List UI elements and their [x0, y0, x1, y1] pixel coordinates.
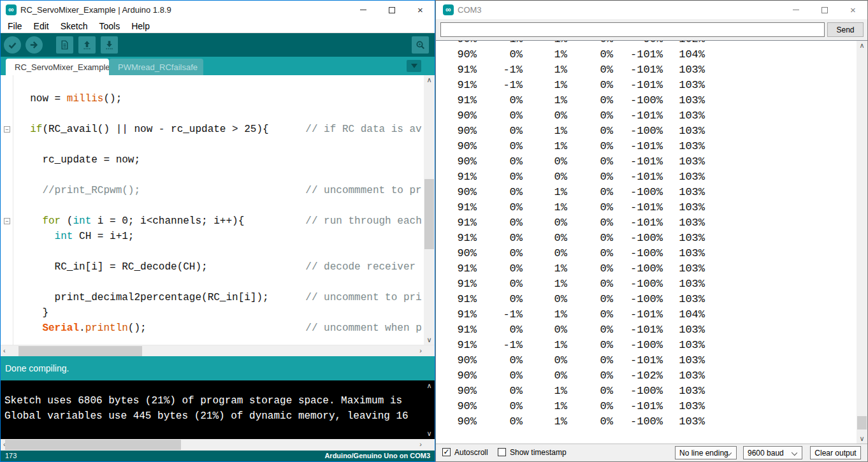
upload-button[interactable] — [25, 36, 43, 54]
document-icon — [59, 40, 70, 50]
menu-item-file[interactable]: File — [2, 21, 28, 31]
new-sketch-button[interactable] — [56, 36, 73, 54]
scroll-up-icon[interactable]: ∧ — [424, 382, 435, 389]
code-editor[interactable]: −− now = millis(); if(RC_avail() || now … — [1, 75, 435, 345]
serial-data-row: 90%0%0%0%-101%103% — [436, 108, 857, 124]
scroll-up-icon[interactable]: ∧ — [857, 42, 867, 49]
console-hscrollbar-thumb[interactable] — [5, 440, 181, 450]
serial-monitor-button[interactable] — [412, 36, 429, 54]
maximize-icon — [821, 7, 828, 13]
maximize-icon — [389, 7, 395, 13]
serial-data-row: 90%0%1%0%-100%103% — [436, 185, 857, 200]
code-line: RC_in[i] = RC_decode(CH); // decode rece… — [18, 259, 424, 275]
baud-rate-value: 9600 baud — [748, 449, 784, 458]
serial-vertical-scrollbar[interactable]: ∧ ∨ — [857, 41, 867, 444]
serial-input[interactable] — [440, 22, 825, 37]
code-line: now = millis(); — [18, 91, 424, 106]
verify-button[interactable] — [4, 36, 21, 54]
console-horizontal-scrollbar[interactable]: ‹ › — [1, 439, 435, 451]
ide-titlebar[interactable]: ∞ RC_ServoMixer_Example | Arduino 1.8.9 … — [1, 1, 435, 19]
serial-monitor-title: COM3 — [458, 5, 482, 15]
close-button[interactable]: × — [839, 1, 867, 19]
tab-list-dropdown-button[interactable] — [407, 60, 421, 72]
menu-item-sketch[interactable]: Sketch — [55, 21, 94, 31]
code-line: int CH = i+1; — [18, 229, 424, 244]
close-icon: × — [417, 5, 423, 15]
serial-data-row: 90%0%1%0%-101%103% — [436, 399, 857, 414]
code-fold-icon[interactable]: − — [4, 218, 10, 224]
save-sketch-button[interactable] — [101, 36, 118, 54]
down-arrow-icon — [104, 40, 115, 50]
serial-monitor-window: ∞ COM3 × Send 90%1%1%0%-90%102%90%0%1%0%… — [435, 0, 868, 462]
show-timestamp-checkbox[interactable] — [498, 448, 506, 456]
code-line — [18, 244, 424, 259]
code-line: print_decimal2percentage(RC_in[i]); // u… — [18, 290, 424, 305]
code-line: } — [18, 305, 424, 321]
code-fold-icon[interactable]: − — [4, 126, 10, 133]
ide-line-status-bar: 173 Arduino/Genuino Uno on COM3 — [1, 451, 435, 461]
arduino-logo-icon: ∞ — [6, 4, 17, 15]
code-line: for (int i = 0; i<channels; i++){ // run… — [18, 213, 424, 229]
minimize-button[interactable] — [781, 1, 810, 19]
serial-data-row: 91%0%1%0%-100%103% — [436, 93, 857, 108]
serial-monitor-titlebar[interactable]: ∞ COM3 × — [436, 1, 867, 19]
board-port-status: Arduino/Genuino Uno on COM3 — [324, 452, 430, 459]
baud-rate-dropdown[interactable]: 9600 baud — [743, 446, 802, 459]
chevron-down-icon — [792, 450, 797, 456]
fold-gutter: −− — [1, 75, 13, 345]
serial-data-row: 90%1%1%0%-90%102% — [436, 40, 857, 47]
editor-scrollbar-thumb[interactable] — [424, 179, 434, 249]
serial-data-row: 90%0%0%0%-101%103% — [436, 353, 857, 368]
menu-item-edit[interactable]: Edit — [28, 21, 55, 31]
scroll-down-icon[interactable]: ∨ — [424, 430, 435, 437]
magnifier-icon — [415, 40, 426, 51]
menu-bar: FileEditSketchToolsHelp — [1, 19, 435, 33]
editor-horizontal-scrollbar[interactable]: ‹ › — [1, 345, 435, 356]
scroll-down-icon[interactable]: ∨ — [857, 435, 867, 442]
scroll-right-icon[interactable]: › — [419, 347, 422, 354]
scroll-up-icon[interactable]: ∧ — [424, 76, 435, 83]
line-ending-dropdown[interactable]: No line ending — [675, 446, 737, 459]
tab-bar: RC_ServoMixer_Example PWMread_RCfailsafe — [1, 57, 435, 75]
serial-data-row: 90%0%1%0%-100%103% — [436, 124, 857, 139]
serial-data-row: 91%-1%1%0%-101%103% — [436, 78, 857, 93]
up-arrow-icon — [82, 40, 92, 50]
send-button[interactable]: Send — [827, 22, 864, 37]
minimize-icon — [360, 10, 366, 10]
serial-output-area[interactable]: 90%1%1%0%-90%102%90%0%1%0%-101%104%91%-1… — [436, 40, 867, 444]
serial-output-rows: 90%1%1%0%-90%102%90%0%1%0%-101%104%91%-1… — [436, 40, 857, 430]
open-sketch-button[interactable] — [78, 36, 96, 54]
code-text[interactable]: now = millis(); if(RC_avail() || now - r… — [14, 75, 424, 345]
scroll-left-icon[interactable]: ‹ — [3, 347, 6, 354]
serial-data-row: 90%0%1%0%-101%104% — [436, 47, 857, 62]
code-line — [18, 137, 424, 152]
maximize-button[interactable] — [810, 1, 839, 19]
code-line: Serial.println(); // uncomment when p — [18, 321, 424, 336]
tab-pwmread-rcfailsafe[interactable]: PWMread_RCfailsafe — [109, 59, 203, 75]
scroll-down-icon[interactable]: ∨ — [424, 336, 435, 343]
current-line-number: 173 — [5, 452, 17, 459]
scroll-right-icon[interactable]: › — [419, 441, 422, 448]
menu-item-tools[interactable]: Tools — [94, 21, 126, 31]
tab-rc-servomixer-example[interactable]: RC_ServoMixer_Example — [6, 59, 109, 75]
serial-monitor-controls: ✓ Autoscroll Show timestamp No line endi… — [436, 444, 867, 461]
autoscroll-checkbox[interactable]: ✓ — [442, 448, 451, 456]
build-console[interactable]: Sketch uses 6806 bytes (21%) of program … — [1, 380, 435, 439]
editor-vertical-scrollbar[interactable]: ∧ ∨ — [424, 75, 435, 345]
code-line: rc_update = now; — [18, 152, 424, 168]
code-line — [18, 106, 424, 122]
code-line — [18, 168, 424, 183]
console-vertical-scrollbar[interactable]: ∧ ∨ — [424, 380, 435, 439]
menu-item-help[interactable]: Help — [126, 21, 156, 31]
clear-output-button[interactable]: Clear output — [810, 446, 861, 459]
serial-data-row: 90%0%1%0%-100%103% — [436, 384, 857, 399]
show-timestamp-label: Show timestamp — [510, 448, 567, 457]
tab-label: PWMread_RCfailsafe — [118, 62, 198, 72]
close-button[interactable]: × — [406, 1, 435, 19]
maximize-button[interactable] — [377, 1, 406, 19]
serial-scrollbar-thumb[interactable] — [857, 416, 867, 430]
editor-hscrollbar-thumb[interactable] — [18, 346, 142, 356]
serial-data-row: 91%0%1%0%-101%103% — [436, 200, 857, 215]
minimize-button[interactable] — [349, 1, 377, 19]
right-arrow-icon — [29, 40, 40, 50]
